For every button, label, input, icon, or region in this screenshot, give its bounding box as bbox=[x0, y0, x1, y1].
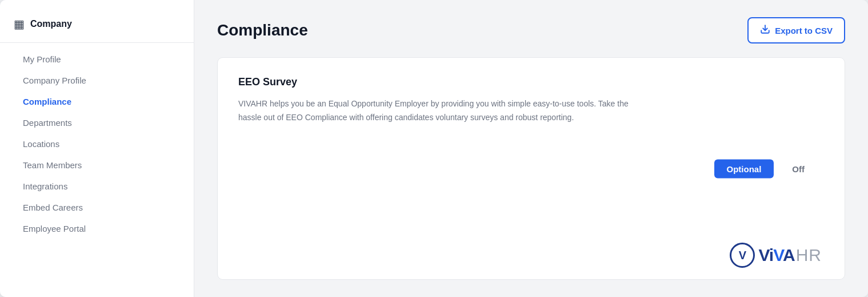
toggle-off-button[interactable]: Off bbox=[779, 159, 817, 178]
sidebar-item-team-members[interactable]: Team Members bbox=[0, 155, 194, 176]
sidebar-item-company-profile[interactable]: Company Profile bbox=[0, 70, 194, 91]
vivahr-branding: V ViVA HR bbox=[730, 243, 822, 268]
eeo-survey-title: EEO Survey bbox=[238, 76, 638, 88]
eeo-survey-description: VIVAHR helps you be an Equal Opportunity… bbox=[238, 97, 638, 125]
sidebar-item-employee-portal[interactable]: Employee Portal bbox=[0, 218, 194, 239]
export-btn-label: Export to CSV bbox=[775, 26, 833, 35]
eeo-card-content: EEO Survey VIVAHR helps you be an Equal … bbox=[238, 76, 638, 125]
sidebar-item-embed-careers[interactable]: Embed Careers bbox=[0, 197, 194, 218]
hr-brand-text: HR bbox=[796, 245, 822, 265]
export-icon bbox=[760, 24, 770, 37]
sidebar-nav: My Profile Company Profile Compliance De… bbox=[0, 49, 194, 239]
sidebar-company-header: ▦ Company bbox=[0, 11, 194, 43]
export-to-csv-button[interactable]: Export to CSV bbox=[747, 17, 845, 43]
sidebar-item-locations[interactable]: Locations bbox=[0, 133, 194, 155]
viva-logo-text: ViVA HR bbox=[758, 245, 822, 265]
sidebar-company-label: Company bbox=[30, 19, 72, 29]
sidebar-item-my-profile[interactable]: My Profile bbox=[0, 49, 194, 70]
eeo-survey-card: EEO Survey VIVAHR helps you be an Equal … bbox=[217, 57, 845, 280]
viva-circle-logo: V bbox=[730, 243, 755, 268]
sidebar: ▦ Company My Profile Company Profile Com… bbox=[0, 0, 194, 297]
sidebar-item-integrations[interactable]: Integrations bbox=[0, 176, 194, 197]
main-content: Compliance Export to CSV EEO Survey VIVA… bbox=[194, 0, 868, 297]
sidebar-item-departments[interactable]: Departments bbox=[0, 112, 194, 133]
page-title: Compliance bbox=[217, 21, 308, 39]
viva-brand-name: ViVA bbox=[758, 245, 794, 265]
company-icon: ▦ bbox=[14, 17, 25, 31]
toggle-optional-button[interactable]: Optional bbox=[714, 159, 774, 178]
eeo-toggle-container: Optional Off bbox=[714, 159, 818, 178]
main-header: Compliance Export to CSV bbox=[217, 17, 845, 43]
sidebar-item-compliance[interactable]: Compliance bbox=[0, 91, 194, 112]
